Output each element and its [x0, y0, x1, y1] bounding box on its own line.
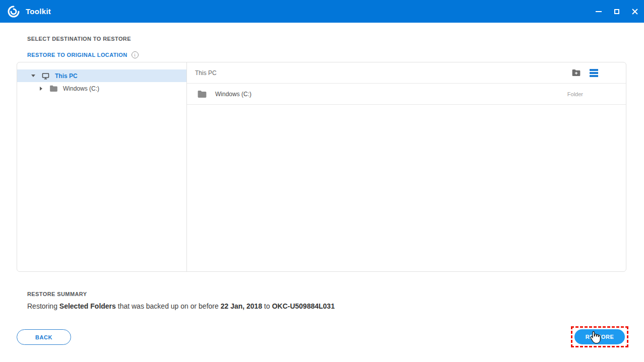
minimize-button[interactable] — [590, 0, 608, 23]
close-button[interactable] — [626, 0, 644, 23]
grid-view-button[interactable] — [607, 69, 615, 77]
page-title: SELECT DESTINATION TO RESTORE — [27, 36, 131, 42]
caret-down-icon[interactable] — [31, 75, 35, 77]
info-icon[interactable] — [132, 51, 139, 58]
window-controls — [590, 0, 644, 23]
file-list-header: This PC — [187, 62, 626, 84]
summary-destination: OKC-U509884L031 — [272, 302, 335, 310]
app-window: Toolkit SELECT DESTINATION TO RESTORE RE… — [0, 0, 644, 362]
summary-prefix: Restoring — [27, 302, 59, 310]
restore-button[interactable]: RESTORE — [574, 329, 625, 344]
summary-text: Restoring Selected Folders that was back… — [27, 302, 335, 310]
tree-item-windows-c[interactable]: Windows (C:) — [17, 82, 186, 95]
new-folder-button[interactable] — [571, 69, 581, 77]
seagate-swirl-icon — [7, 5, 21, 19]
summary-middle: that was backed up on or before — [116, 302, 221, 310]
destination-picker-panel: This PC Windows (C:) This PC — [17, 62, 626, 272]
maximize-button[interactable] — [608, 0, 626, 23]
folder-icon — [49, 85, 58, 92]
maximize-icon — [614, 9, 619, 14]
new-folder-icon — [571, 69, 581, 77]
summary-connector: to — [262, 302, 272, 310]
file-name: Windows (C:) — [215, 91, 251, 98]
folder-icon — [197, 90, 207, 98]
monitor-icon — [41, 72, 50, 80]
titlebar: Toolkit — [0, 0, 644, 23]
list-view-button[interactable] — [590, 69, 598, 77]
close-icon — [631, 8, 638, 15]
file-type: Folder — [567, 91, 583, 97]
summary-subject: Selected Folders — [59, 302, 116, 310]
file-list-pane: This PC — [187, 62, 626, 271]
restore-to-original-link[interactable]: RESTORE TO ORIGINAL LOCATION — [27, 52, 127, 58]
annotation-red-dashed-box: RESTORE — [571, 326, 628, 347]
minimize-icon — [596, 11, 602, 12]
summary-heading: RESTORE SUMMARY — [27, 291, 87, 297]
summary-date: 22 Jan, 2018 — [221, 302, 263, 310]
tree-item-label: This PC — [55, 73, 78, 80]
caret-right-icon[interactable] — [40, 87, 42, 91]
tree-item-label: Windows (C:) — [63, 85, 99, 92]
restore-to-original-row: RESTORE TO ORIGINAL LOCATION — [27, 51, 139, 58]
tree-item-this-pc[interactable]: This PC — [17, 69, 186, 82]
file-row-windows-c[interactable]: Windows (C:) Folder — [187, 84, 626, 105]
current-location-label: This PC — [195, 69, 217, 77]
folder-tree: This PC Windows (C:) — [17, 62, 187, 271]
view-toolbar — [571, 69, 615, 77]
app-title: Toolkit — [26, 7, 51, 16]
back-button[interactable]: BACK — [17, 329, 71, 345]
